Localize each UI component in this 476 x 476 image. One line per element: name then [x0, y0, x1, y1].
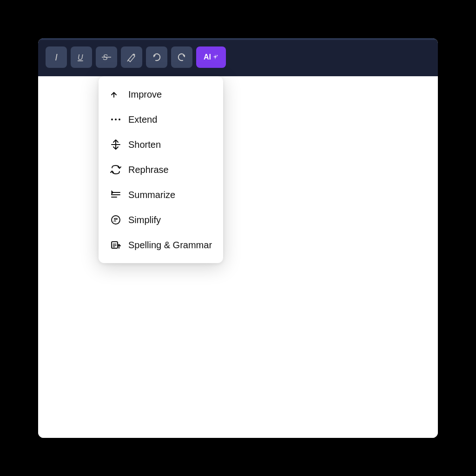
menu-item-simplify[interactable]: Simplify [99, 207, 223, 232]
svg-text:U: U [78, 53, 83, 61]
ai-sparkle-icon [212, 54, 218, 60]
ai-dropdown-menu: Improve Extend [99, 76, 223, 263]
ai-button-label: AI [204, 53, 211, 61]
improve-label: Improve [128, 89, 162, 100]
menu-item-shorten[interactable]: Shorten [99, 132, 223, 157]
svg-point-7 [111, 119, 113, 120]
svg-point-9 [119, 119, 120, 120]
extend-label: Extend [128, 114, 157, 125]
svg-point-8 [115, 119, 117, 120]
redo-icon [177, 52, 187, 62]
ai-button[interactable]: AI [196, 46, 226, 68]
improve-icon [110, 88, 122, 100]
svg-point-16 [114, 218, 115, 219]
underline-icon: U [76, 52, 86, 62]
rephrase-icon [110, 164, 122, 176]
menu-item-spelling[interactable]: Spelling & Grammar [99, 232, 223, 258]
summarize-icon [110, 189, 122, 201]
undo-button[interactable] [146, 46, 167, 68]
main-content: Improve Extend [38, 76, 438, 438]
underline-button[interactable]: U [71, 46, 92, 68]
simplify-icon [110, 214, 122, 226]
svg-rect-18 [112, 242, 118, 248]
strikethrough-icon: S [101, 52, 112, 62]
redo-button[interactable] [171, 46, 192, 68]
toolbar: I U S [38, 38, 438, 76]
shorten-label: Shorten [128, 139, 161, 150]
menu-item-rephrase[interactable]: Rephrase [99, 157, 223, 182]
app-frame: I U S [38, 38, 438, 438]
menu-item-summarize[interactable]: Summarize [99, 182, 223, 207]
menu-item-extend[interactable]: Extend [99, 107, 223, 132]
pen-icon [126, 52, 137, 62]
simplify-label: Simplify [128, 215, 161, 225]
spelling-label: Spelling & Grammar [128, 240, 212, 251]
undo-icon [152, 52, 162, 62]
toolbar-top-bar [38, 38, 438, 40]
svg-point-17 [117, 218, 118, 219]
shorten-icon [110, 139, 122, 151]
italic-button[interactable]: I [46, 46, 67, 68]
rephrase-label: Rephrase [128, 165, 169, 175]
strikethrough-button[interactable]: S [96, 46, 117, 68]
spelling-icon [110, 239, 122, 251]
menu-item-improve[interactable]: Improve [99, 82, 223, 107]
extend-icon [110, 113, 122, 126]
svg-line-3 [127, 60, 128, 61]
highlight-button[interactable] [121, 46, 142, 68]
summarize-label: Summarize [128, 190, 175, 200]
